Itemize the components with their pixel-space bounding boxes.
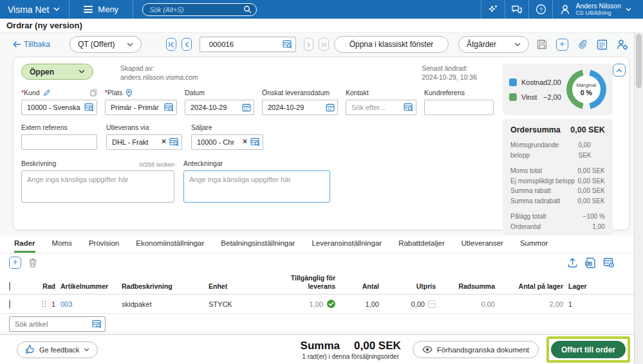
menu-button[interactable]: Meny (70, 0, 133, 19)
thumbs-up-icon (25, 345, 35, 354)
cell-enhet[interactable]: STYCK (209, 300, 273, 308)
export-xls-icon[interactable]: XLS (584, 257, 597, 268)
tab-ekonomiinstallningar[interactable]: Ekonomiinställningar (136, 239, 204, 253)
order-type-select[interactable]: QT (Offert) (70, 36, 142, 53)
collapse-panel-button[interactable] (613, 64, 626, 77)
add-row-button[interactable]: + (9, 257, 21, 269)
anteckningar-textarea[interactable] (183, 170, 330, 203)
customer-settings-button[interactable] (615, 37, 629, 51)
cell-rad: 1 (51, 300, 55, 308)
arrow-left-icon (13, 41, 21, 48)
order-number-field (200, 37, 296, 52)
vertical-scrollbar[interactable] (634, 33, 643, 364)
attachments-button[interactable] (575, 37, 589, 51)
offert-till-order-button[interactable]: Offert till order (551, 341, 626, 358)
col-artikelnummer: Artikelnummer (61, 282, 122, 291)
user-menu[interactable]: Anders Nilsson CS Utbildning (553, 2, 637, 16)
beskrivning-textarea[interactable] (21, 170, 174, 203)
tab-moms[interactable]: Moms (52, 239, 72, 253)
tab-rabattdetaljer[interactable]: Rabattdetaljer (398, 239, 445, 253)
sparkle-icon (488, 4, 499, 15)
margin-donut-chart: Marginal 0 % (566, 69, 606, 109)
tab-leveransinstallningar[interactable]: Leveransinställningar (312, 239, 382, 253)
copy-icon[interactable] (90, 89, 97, 96)
feedback-label: Ge feedback (39, 346, 79, 354)
col-tillganglig: Tillgänglig för leverans (273, 274, 340, 290)
tab-summor[interactable]: Summor (520, 239, 548, 253)
chat-button[interactable] (505, 0, 528, 19)
chevron-down-icon (127, 42, 133, 47)
preview-document-button[interactable]: Förhandsgranska dokument (413, 341, 539, 358)
calendar-icon[interactable] (326, 103, 335, 112)
clear-icon[interactable]: × (162, 137, 166, 146)
add-record-button[interactable]: + (555, 37, 569, 51)
global-search-input[interactable] (142, 3, 257, 16)
datum-label: Datum (185, 89, 205, 96)
open-classic-button[interactable]: Öppna i klassiskt fönster (334, 36, 449, 53)
field-kontakt: Kontakt (346, 88, 416, 115)
order-total: Summa 0,00 SEK 1 rad(er) i denna försälj… (301, 340, 401, 360)
cell-lager[interactable]: 1 (568, 300, 613, 308)
topbar: Visma Net Meny ? (0, 0, 643, 19)
next-record-button[interactable] (304, 38, 314, 51)
calendar-icon[interactable] (242, 103, 251, 112)
vinst-swatch (509, 93, 517, 101)
delete-row-icon[interactable] (28, 257, 38, 268)
lookup-icon[interactable] (92, 320, 102, 329)
article-search-input[interactable] (9, 316, 106, 332)
upload-icon[interactable] (567, 257, 578, 268)
lookup-icon[interactable] (84, 103, 94, 112)
cell-artikelnummer[interactable]: 003 (61, 300, 122, 308)
last-record-button[interactable] (319, 38, 329, 51)
plats-label: Plats (107, 89, 122, 96)
app-brand-menu[interactable]: Visma Net (8, 5, 69, 15)
summary-row: Summa rabatt0,00 SEK (510, 186, 605, 196)
anteckningar-label: Anteckningar (183, 159, 223, 168)
grid-settings-icon[interactable] (603, 257, 615, 268)
actions-dropdown[interactable]: Åtgärder (458, 36, 529, 53)
select-all-checkbox[interactable] (9, 282, 10, 291)
drag-handle-icon[interactable] (42, 300, 46, 307)
extern-referens-input[interactable] (21, 134, 97, 150)
help-button[interactable]: ? (529, 0, 552, 19)
feedback-button[interactable]: Ge feedback (17, 341, 98, 358)
page-title: Ordrar (ny version) (0, 19, 643, 33)
lookup-icon[interactable] (164, 103, 174, 112)
status-dropdown[interactable]: Öppen (21, 64, 93, 80)
row-checkbox[interactable] (9, 300, 10, 309)
app-brand-label: Visma Net (8, 5, 49, 15)
col-antal: Antal (340, 282, 384, 291)
save-button[interactable] (535, 37, 549, 51)
whats-new-button[interactable] (481, 0, 505, 19)
previous-record-button[interactable] (182, 38, 192, 51)
lookup-icon[interactable] (404, 103, 413, 112)
kundreferens-input[interactable] (424, 100, 494, 115)
first-record-button[interactable] (166, 38, 176, 51)
scrollbar-thumb[interactable] (636, 34, 642, 88)
tab-betalningsinstallningar[interactable]: Betalningsinställningar (221, 239, 295, 253)
chevron-down-icon (514, 42, 521, 47)
tab-utleveranser[interactable]: Utleveranser (461, 239, 503, 253)
grid-view-button[interactable] (595, 37, 609, 51)
tab-rader[interactable]: Rader (14, 239, 35, 253)
summary-row: Orderantal1,00 (510, 222, 605, 232)
cell-radbeskrivning[interactable]: skidpaket (122, 300, 209, 308)
user-gear-icon (616, 39, 628, 50)
order-form: Öppen Skapad av: anders.nilsson.visma.co… (21, 64, 503, 223)
svg-text:XLS: XLS (586, 262, 592, 265)
table-row[interactable]: 1 003 skidpaket STYCK 1,00 1,00 0,00 0,0… (0, 295, 634, 314)
last-modified-value: 2024-10-29, 10:36 (422, 73, 477, 82)
lookup-icon[interactable] (169, 138, 179, 147)
cell-antal[interactable]: 1,00 (340, 300, 384, 308)
user-info: Anders Nilsson CS Utbildning (575, 2, 621, 16)
saljare-label: Säljare (191, 123, 212, 131)
order-number-input[interactable] (200, 37, 296, 52)
lookup-icon[interactable] (250, 138, 260, 147)
status-value: Öppen (30, 68, 54, 77)
tab-provision[interactable]: Provision (89, 239, 119, 253)
back-button[interactable]: Tillbaka (13, 40, 50, 49)
clear-icon[interactable]: × (243, 137, 247, 146)
cell-utpris[interactable]: 0,00 (411, 300, 425, 308)
detail-section: Rader Moms Provision Ekonomiinställninga… (0, 235, 634, 336)
edit-icon[interactable] (43, 89, 51, 96)
